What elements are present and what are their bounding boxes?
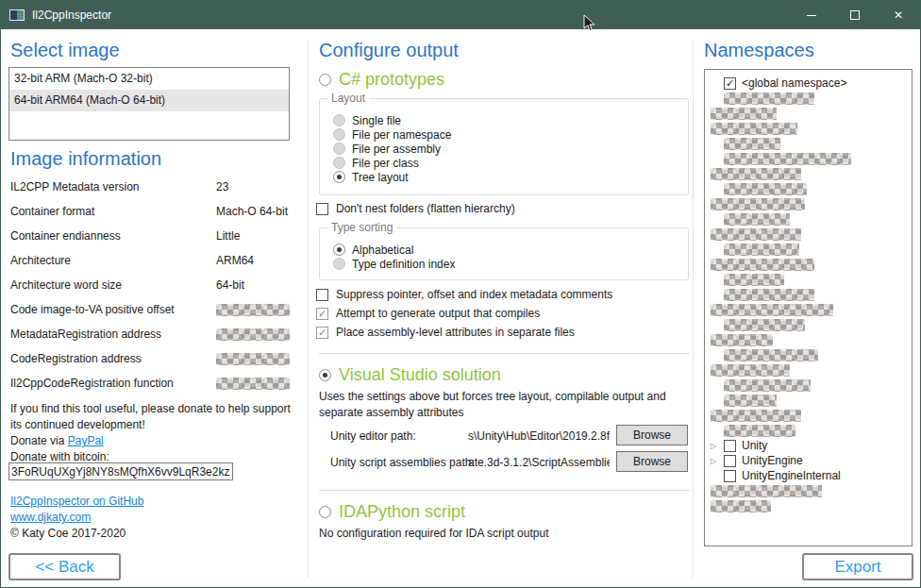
minimize-button[interactable]: [790, 1, 833, 29]
layout-option[interactable]: File per namespace: [333, 127, 451, 142]
namespace-row-redacted: [711, 91, 910, 106]
namespace-row-redacted: [711, 181, 910, 196]
title-bar[interactable]: Il2CppInspector ✕: [1, 1, 920, 29]
expander-icon[interactable]: ▷: [711, 457, 724, 465]
csharp-prototypes-radio[interactable]: C# prototypes: [319, 69, 444, 90]
bitcoin-address-input[interactable]: [8, 462, 233, 480]
redacted-namespace: [711, 259, 814, 271]
image-listbox[interactable]: 32-bit ARM (Mach-O 32-bit)64-bit ARM64 (…: [8, 67, 290, 141]
redacted-namespace: [724, 319, 805, 331]
paypal-link[interactable]: PayPal: [68, 434, 104, 447]
unity-editor-path-label: Unity editor path:: [330, 429, 416, 443]
radio-icon: [333, 244, 345, 256]
namespace-row-redacted: [711, 166, 910, 181]
namespaces-tree[interactable]: ✓<global namespace>▷Unity▷UnityEngineUni…: [704, 69, 913, 546]
redacted-namespace: [724, 92, 814, 105]
info-label: Il2CppCodeRegistration function: [10, 377, 216, 390]
namespace-row[interactable]: ▷UnityEngine: [711, 453, 910, 468]
browse-script-path-button[interactable]: Browse: [616, 451, 688, 472]
info-label: CodeRegistration address: [10, 352, 216, 365]
info-row: Container formatMach-O 64-bit: [10, 199, 295, 224]
layout-option[interactable]: File per class: [333, 156, 451, 170]
csharp-prototypes-label: C# prototypes: [339, 70, 444, 90]
output-option-checkbox[interactable]: Suppress pointer, offset and index metad…: [316, 285, 612, 304]
radio-icon: [333, 128, 345, 141]
redacted-value: [216, 328, 290, 341]
section-divider: [319, 490, 690, 491]
redacted-namespace: [724, 379, 811, 392]
github-link[interactable]: Il2CppInspector on GitHub: [10, 495, 143, 508]
checkbox-icon: ✓: [316, 308, 328, 320]
expander-icon[interactable]: ▷: [711, 442, 724, 450]
export-button[interactable]: Export: [802, 553, 913, 580]
layout-options: Single fileFile per namespaceFile per as…: [333, 113, 451, 184]
redacted-namespace: [711, 485, 822, 497]
info-value: Mach-O 64-bit: [216, 205, 288, 218]
visual-studio-solution-radio[interactable]: Visual Studio solution: [319, 364, 501, 385]
type-sorting-option[interactable]: Type definition index: [333, 257, 455, 271]
namespace-row-redacted: [711, 136, 910, 151]
output-option-checkbox[interactable]: ✓Place assembly-level attributes in sepa…: [316, 323, 612, 342]
redacted-namespace: [711, 198, 805, 210]
output-option-checkboxes: Suppress pointer, offset and index metad…: [316, 285, 612, 342]
donate-via-text: Donate via: [10, 434, 68, 447]
flatten-checkbox[interactable]: Don't nest folders (flatten hierarchy): [316, 201, 515, 216]
namespace-row[interactable]: ✓<global namespace>: [711, 76, 910, 91]
idapython-script-label: IDAPython script: [339, 502, 465, 522]
info-row: Container endiannessLittle: [10, 224, 295, 248]
app-window: Il2CppInspector ✕ Select image 32-bit AR…: [0, 0, 921, 588]
redacted-namespace: [711, 334, 773, 346]
layout-group-label: Layout: [327, 92, 369, 105]
visual-studio-description: Uses the settings above but forces tree …: [319, 389, 689, 421]
idapython-script-radio[interactable]: IDAPython script: [319, 501, 465, 522]
info-label: Container format: [10, 205, 216, 218]
namespace-checkbox[interactable]: ✓: [724, 77, 736, 90]
maximize-button[interactable]: [833, 1, 877, 29]
radio-icon: [333, 114, 345, 126]
radio-icon: [333, 157, 345, 169]
info-value: 23: [216, 180, 228, 193]
namespace-checkbox[interactable]: [724, 470, 736, 482]
mouse-cursor: [583, 14, 596, 33]
image-list-item[interactable]: 32-bit ARM (Mach-O 32-bit): [9, 68, 289, 90]
redacted-namespace: [724, 289, 814, 301]
redacted-namespace: [724, 395, 777, 407]
type-sorting-group-label: Type sorting: [327, 221, 396, 234]
unity-editor-path-value[interactable]: s\Unity\Hub\Editor\2019.2.8f1: [468, 429, 610, 443]
info-row: ArchitectureARM64: [10, 248, 295, 273]
image-information-table: IL2CPP Metadata version23Container forma…: [10, 175, 295, 395]
namespace-checkbox[interactable]: [724, 455, 736, 467]
namespace-label: UnityEngineInternal: [742, 469, 841, 482]
info-value: 64-bit: [216, 278, 244, 292]
namespace-row-redacted: [711, 362, 910, 378]
close-icon: ✕: [894, 9, 903, 21]
namespace-row[interactable]: UnityEngineInternal: [711, 468, 910, 483]
close-button[interactable]: ✕: [877, 1, 920, 29]
info-label: Container endianness: [10, 229, 216, 243]
window-controls: ✕: [790, 1, 920, 29]
website-link[interactable]: www.djkaty.com: [10, 511, 91, 524]
layout-option[interactable]: Tree layout: [333, 170, 451, 184]
browse-editor-path-button[interactable]: Browse: [616, 425, 688, 445]
type-sorting-option[interactable]: Alphabetical: [333, 243, 455, 257]
namespace-row-redacted: [711, 121, 910, 136]
type-sorting-groupbox: Type sorting AlphabeticalType definition…: [319, 227, 689, 280]
output-option-checkbox[interactable]: ✓Attempt to generate output that compile…: [316, 304, 612, 323]
checkbox-icon: [316, 289, 328, 301]
layout-option-label: File per assembly: [352, 143, 441, 156]
namespace-row[interactable]: ▷Unity: [711, 438, 910, 453]
layout-option[interactable]: File per assembly: [333, 142, 451, 156]
back-button[interactable]: << Back: [8, 553, 121, 580]
right-column-separator: [693, 41, 694, 578]
namespace-row-redacted: [711, 347, 910, 362]
layout-option[interactable]: Single file: [333, 113, 451, 127]
image-list-item[interactable]: 64-bit ARM64 (Mach-O 64-bit): [9, 90, 289, 111]
redacted-namespace: [724, 213, 790, 226]
unity-script-path-value[interactable]: ate.3d-3.1.2\ScriptAssemblies: [468, 456, 610, 469]
namespace-checkbox[interactable]: [724, 440, 736, 452]
output-option-label: Suppress pointer, offset and index metad…: [336, 288, 612, 301]
info-label: IL2CPP Metadata version: [10, 180, 216, 193]
namespace-row-redacted: [711, 378, 910, 393]
layout-option-label: File per class: [352, 157, 419, 170]
select-image-heading: Select image: [10, 40, 120, 61]
